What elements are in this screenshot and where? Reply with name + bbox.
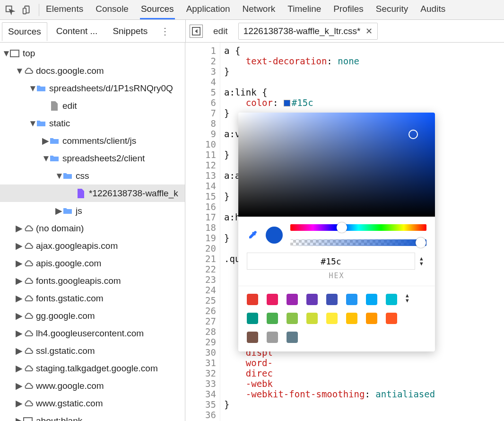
- toggle-navigator-icon[interactable]: [190, 25, 203, 38]
- tree-item[interactable]: ▶www.gstatic.com: [0, 395, 185, 412]
- hue-slider[interactable]: [290, 224, 426, 231]
- palette-swatch[interactable]: [306, 313, 318, 324]
- inspect-icon[interactable]: [4, 4, 16, 16]
- palette-swatch[interactable]: [366, 313, 377, 324]
- gradient-cursor[interactable]: [408, 130, 418, 139]
- palette-swatch[interactable]: [267, 294, 278, 305]
- sub-tab-sources[interactable]: Sources: [2, 22, 47, 41]
- palette-swatch[interactable]: [326, 313, 338, 324]
- color-swatch-inline[interactable]: [284, 100, 290, 106]
- tree-item[interactable]: ▼css: [0, 167, 185, 184]
- tree-item[interactable]: ▶(no domain): [0, 219, 185, 237]
- tree-caret[interactable]: ▶: [15, 328, 23, 339]
- color-picker[interactable]: ▲▼ HEX ▲▼: [238, 113, 435, 351]
- tree-item[interactable]: ▼docs.google.com: [0, 62, 185, 79]
- device-toggle-icon[interactable]: [21, 4, 33, 16]
- palette-stepper[interactable]: ▲▼: [406, 294, 412, 303]
- tree-item[interactable]: ▼top: [0, 44, 185, 62]
- tree-item[interactable]: ▶ajax.googleapis.com: [0, 237, 185, 254]
- tree-item[interactable]: edit: [0, 97, 185, 114]
- color-gradient[interactable]: [238, 113, 435, 217]
- tree-item[interactable]: ▼spreadsheets2/client: [0, 149, 185, 167]
- tree-caret[interactable]: ▶: [15, 310, 23, 321]
- tree-item[interactable]: ▶fonts.gstatic.com: [0, 289, 185, 307]
- editor-tab-css-file[interactable]: 1226138738-waffle_k_ltr.css* ✕: [238, 23, 378, 40]
- palette-swatch[interactable]: [247, 332, 258, 343]
- panel-tab-sources[interactable]: Sources: [140, 0, 175, 19]
- panel-tabs: ElementsConsoleSourcesApplicationNetwork…: [45, 0, 446, 19]
- palette-swatch[interactable]: [287, 294, 298, 305]
- tree-caret[interactable]: ▶: [15, 363, 23, 374]
- palette-grid[interactable]: [247, 294, 397, 343]
- tree-caret[interactable]: ▶: [15, 398, 23, 409]
- panel-tab-security[interactable]: Security: [375, 0, 409, 19]
- palette-swatch[interactable]: [267, 313, 278, 324]
- tree-caret[interactable]: ▶: [15, 223, 23, 234]
- tree-item[interactable]: ▶ssl.gstatic.com: [0, 342, 185, 360]
- tree-item[interactable]: ▶about:blank: [0, 412, 185, 421]
- palette-swatch[interactable]: [267, 332, 278, 343]
- code-editor[interactable]: 1234567891011121314151617181920212223242…: [185, 43, 504, 421]
- tree-item[interactable]: ▶lh4.googleusercontent.com: [0, 325, 185, 342]
- tree-item[interactable]: ▶fonts.googleapis.com: [0, 272, 185, 289]
- more-options-icon[interactable]: ⋮: [154, 26, 176, 37]
- tree-item[interactable]: ▶www.google.com: [0, 377, 185, 395]
- tree-caret[interactable]: ▶: [15, 380, 23, 391]
- tree-caret[interactable]: ▶: [15, 345, 23, 356]
- eyedropper-icon[interactable]: [247, 229, 258, 241]
- tree-caret[interactable]: ▶: [15, 275, 23, 286]
- format-stepper[interactable]: ▲▼: [420, 257, 426, 266]
- tree-item[interactable]: ▶staging.talkgadget.google.com: [0, 360, 185, 377]
- file-tree[interactable]: ▼top▼docs.google.com▼spreadsheets/d/1P1s…: [0, 43, 185, 421]
- editor-tab-edit[interactable]: edit: [208, 26, 234, 36]
- tree-caret[interactable]: ▶: [15, 415, 23, 421]
- palette-swatch[interactable]: [346, 313, 357, 324]
- panel-tab-console[interactable]: Console: [95, 0, 130, 19]
- palette-swatch[interactable]: [287, 332, 298, 343]
- panel-tab-profiles[interactable]: Profiles: [332, 0, 364, 19]
- tree-item[interactable]: ▶js: [0, 202, 185, 219]
- tree-caret[interactable]: ▼: [55, 171, 62, 181]
- color-hex-input[interactable]: [247, 253, 415, 270]
- palette-swatch[interactable]: [386, 294, 397, 305]
- panel-tab-audits[interactable]: Audits: [419, 0, 446, 19]
- close-tab-icon[interactable]: ✕: [365, 26, 373, 36]
- panel-tab-application[interactable]: Application: [185, 0, 231, 19]
- palette-swatch[interactable]: [247, 313, 258, 324]
- tree-item[interactable]: ▶comments/client/js: [0, 132, 185, 149]
- palette-swatch[interactable]: [287, 313, 298, 324]
- tree-item[interactable]: ▼spreadsheets/d/1P1sRNQry0Q: [0, 79, 185, 97]
- palette-swatch[interactable]: [247, 294, 258, 305]
- palette-swatch[interactable]: [326, 294, 338, 305]
- tree-caret[interactable]: ▼: [42, 153, 49, 164]
- alpha-slider[interactable]: [290, 239, 426, 246]
- sub-tab-snippets[interactable]: Snippets: [106, 22, 154, 41]
- folder-icon: [62, 206, 73, 216]
- tree-item[interactable]: ▶apis.google.com: [0, 254, 185, 272]
- tree-item[interactable]: ▶gg.google.com: [0, 307, 185, 325]
- frame-icon: [9, 48, 20, 59]
- palette-swatch[interactable]: [386, 313, 397, 324]
- tree-item[interactable]: ▼static: [0, 114, 185, 132]
- tree-caret[interactable]: ▶: [42, 135, 49, 146]
- hue-knob[interactable]: [337, 222, 347, 233]
- tree-caret[interactable]: ▼: [15, 66, 23, 76]
- tree-caret[interactable]: ▶: [15, 258, 23, 269]
- palette-swatch[interactable]: [306, 294, 318, 305]
- tree-caret[interactable]: ▶: [15, 293, 23, 304]
- alpha-knob[interactable]: [416, 237, 426, 248]
- tree-caret[interactable]: ▼: [2, 48, 9, 59]
- panel-tab-elements[interactable]: Elements: [45, 0, 84, 19]
- panel-tab-network[interactable]: Network: [242, 0, 277, 19]
- svg-rect-2: [23, 8, 26, 14]
- palette-swatch[interactable]: [346, 294, 357, 305]
- tree-caret[interactable]: ▼: [28, 118, 36, 129]
- tree-item[interactable]: *1226138738-waffle_k: [0, 184, 185, 202]
- sub-tab-content-[interactable]: Content ...: [50, 22, 104, 41]
- tree-caret[interactable]: ▶: [55, 205, 62, 216]
- tree-caret[interactable]: ▶: [15, 240, 23, 251]
- tree-caret[interactable]: ▼: [28, 83, 36, 94]
- palette-swatch[interactable]: [366, 294, 377, 305]
- panel-tab-timeline[interactable]: Timeline: [287, 0, 322, 19]
- cloud-icon: [23, 346, 33, 356]
